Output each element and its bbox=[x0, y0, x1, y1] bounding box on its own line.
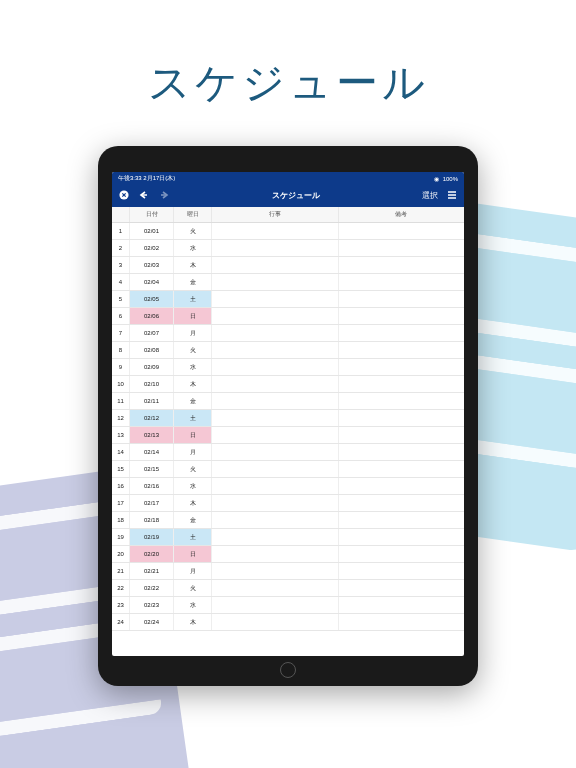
redo-button[interactable] bbox=[158, 189, 170, 201]
table-row[interactable]: 2402/24木 bbox=[112, 614, 464, 631]
cell-note[interactable] bbox=[339, 393, 465, 409]
menu-icon[interactable] bbox=[446, 189, 458, 201]
cell-day[interactable]: 水 bbox=[174, 597, 212, 613]
cell-event[interactable] bbox=[212, 342, 339, 358]
undo-button[interactable] bbox=[138, 189, 150, 201]
cell-note[interactable] bbox=[339, 580, 465, 596]
cell-day[interactable]: 月 bbox=[174, 325, 212, 341]
cell-note[interactable] bbox=[339, 274, 465, 290]
cell-note[interactable] bbox=[339, 478, 465, 494]
table-row[interactable]: 2102/21月 bbox=[112, 563, 464, 580]
cell-note[interactable] bbox=[339, 529, 465, 545]
cell-day[interactable]: 水 bbox=[174, 359, 212, 375]
table-row[interactable]: 2002/20日 bbox=[112, 546, 464, 563]
cell-event[interactable] bbox=[212, 359, 339, 375]
cell-note[interactable] bbox=[339, 512, 465, 528]
cell-date[interactable]: 02/24 bbox=[130, 614, 174, 630]
cell-date[interactable]: 02/12 bbox=[130, 410, 174, 426]
cell-event[interactable] bbox=[212, 444, 339, 460]
cell-date[interactable]: 02/01 bbox=[130, 223, 174, 239]
table-row[interactable]: 502/05土 bbox=[112, 291, 464, 308]
cell-date[interactable]: 02/13 bbox=[130, 427, 174, 443]
cell-note[interactable] bbox=[339, 546, 465, 562]
cell-date[interactable]: 02/05 bbox=[130, 291, 174, 307]
cell-day[interactable]: 木 bbox=[174, 376, 212, 392]
table-row[interactable]: 1202/12土 bbox=[112, 410, 464, 427]
cell-date[interactable]: 02/02 bbox=[130, 240, 174, 256]
cell-event[interactable] bbox=[212, 563, 339, 579]
cell-date[interactable]: 02/15 bbox=[130, 461, 174, 477]
cell-note[interactable] bbox=[339, 410, 465, 426]
cell-day[interactable]: 木 bbox=[174, 614, 212, 630]
cell-event[interactable] bbox=[212, 325, 339, 341]
cell-note[interactable] bbox=[339, 597, 465, 613]
cell-date[interactable]: 02/07 bbox=[130, 325, 174, 341]
home-button[interactable] bbox=[280, 662, 296, 678]
cell-date[interactable]: 02/20 bbox=[130, 546, 174, 562]
cell-event[interactable] bbox=[212, 495, 339, 511]
cell-date[interactable]: 02/14 bbox=[130, 444, 174, 460]
cell-event[interactable] bbox=[212, 274, 339, 290]
table-row[interactable]: 1802/18金 bbox=[112, 512, 464, 529]
cell-day[interactable]: 土 bbox=[174, 410, 212, 426]
cell-note[interactable] bbox=[339, 257, 465, 273]
cell-note[interactable] bbox=[339, 291, 465, 307]
table-row[interactable]: 902/09水 bbox=[112, 359, 464, 376]
cell-event[interactable] bbox=[212, 291, 339, 307]
cell-note[interactable] bbox=[339, 240, 465, 256]
cell-day[interactable]: 木 bbox=[174, 257, 212, 273]
cell-date[interactable]: 02/03 bbox=[130, 257, 174, 273]
cell-event[interactable] bbox=[212, 597, 339, 613]
table-row[interactable]: 1102/11金 bbox=[112, 393, 464, 410]
cell-day[interactable]: 月 bbox=[174, 444, 212, 460]
table-row[interactable]: 802/08火 bbox=[112, 342, 464, 359]
table-row[interactable]: 102/01火 bbox=[112, 223, 464, 240]
cell-event[interactable] bbox=[212, 410, 339, 426]
cell-event[interactable] bbox=[212, 427, 339, 443]
cell-day[interactable]: 木 bbox=[174, 495, 212, 511]
table-row[interactable]: 1702/17木 bbox=[112, 495, 464, 512]
cell-date[interactable]: 02/08 bbox=[130, 342, 174, 358]
table-row[interactable]: 2202/22火 bbox=[112, 580, 464, 597]
cell-event[interactable] bbox=[212, 546, 339, 562]
cell-event[interactable] bbox=[212, 580, 339, 596]
cell-day[interactable]: 金 bbox=[174, 274, 212, 290]
table-row[interactable]: 1402/14月 bbox=[112, 444, 464, 461]
table-row[interactable]: 302/03木 bbox=[112, 257, 464, 274]
cell-day[interactable]: 火 bbox=[174, 342, 212, 358]
cell-event[interactable] bbox=[212, 240, 339, 256]
cell-event[interactable] bbox=[212, 614, 339, 630]
cell-date[interactable]: 02/04 bbox=[130, 274, 174, 290]
cell-event[interactable] bbox=[212, 461, 339, 477]
cell-date[interactable]: 02/18 bbox=[130, 512, 174, 528]
table-row[interactable]: 1002/10木 bbox=[112, 376, 464, 393]
cell-note[interactable] bbox=[339, 495, 465, 511]
cell-note[interactable] bbox=[339, 325, 465, 341]
cell-note[interactable] bbox=[339, 376, 465, 392]
cell-date[interactable]: 02/09 bbox=[130, 359, 174, 375]
cell-day[interactable]: 火 bbox=[174, 580, 212, 596]
cell-day[interactable]: 土 bbox=[174, 529, 212, 545]
cell-event[interactable] bbox=[212, 393, 339, 409]
cell-note[interactable] bbox=[339, 308, 465, 324]
table-row[interactable]: 1302/13日 bbox=[112, 427, 464, 444]
cell-date[interactable]: 02/17 bbox=[130, 495, 174, 511]
cell-day[interactable]: 日 bbox=[174, 308, 212, 324]
cell-event[interactable] bbox=[212, 529, 339, 545]
table-row[interactable]: 402/04金 bbox=[112, 274, 464, 291]
table-row[interactable]: 602/06日 bbox=[112, 308, 464, 325]
cell-day[interactable]: 水 bbox=[174, 240, 212, 256]
close-button[interactable] bbox=[118, 189, 130, 201]
cell-event[interactable] bbox=[212, 376, 339, 392]
cell-day[interactable]: 月 bbox=[174, 563, 212, 579]
cell-day[interactable]: 水 bbox=[174, 478, 212, 494]
cell-day[interactable]: 金 bbox=[174, 512, 212, 528]
cell-date[interactable]: 02/19 bbox=[130, 529, 174, 545]
cell-day[interactable]: 日 bbox=[174, 427, 212, 443]
cell-date[interactable]: 02/22 bbox=[130, 580, 174, 596]
cell-date[interactable]: 02/11 bbox=[130, 393, 174, 409]
cell-note[interactable] bbox=[339, 427, 465, 443]
cell-note[interactable] bbox=[339, 342, 465, 358]
table-row[interactable]: 702/07月 bbox=[112, 325, 464, 342]
table-row[interactable]: 2302/23水 bbox=[112, 597, 464, 614]
